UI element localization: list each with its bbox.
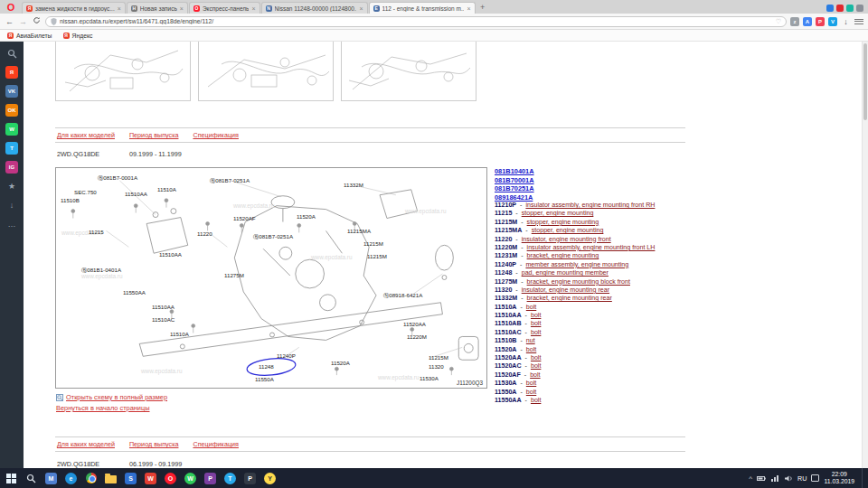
extension-icon-2[interactable] [836,5,844,12]
telegram-icon[interactable]: T [5,142,18,155]
taskbar-app-wps[interactable]: W [141,469,160,487]
nav-link-period[interactable]: Период выпуска [129,131,179,139]
close-icon[interactable]: × [180,5,184,12]
taskbar-app-opera[interactable]: O [161,469,180,487]
part-desc-link[interactable]: stopper, engine mounting [527,219,599,226]
battery-icon[interactable] [757,474,766,483]
part-desc-link[interactable]: bolt [531,354,541,361]
language-indicator[interactable]: RU [797,474,807,483]
part-desc-link[interactable]: insulator, engine mounting front [522,236,611,243]
taskbar-app-chrome[interactable] [81,469,100,487]
back-button[interactable]: ← [5,17,14,26]
pocket-icon[interactable]: P [816,17,825,26]
part-desc-link[interactable]: bolt [526,304,536,311]
more-icon[interactable]: … [5,218,18,230]
part-code-link[interactable]: 11210P [495,202,516,209]
part-code-link[interactable]: 11240P [495,261,516,268]
part-code-link[interactable]: 11530A [495,380,516,387]
part-desc-link[interactable]: stopper, engine mounting [532,227,604,234]
part-desc-link[interactable]: member assembly, engine mounting [525,261,628,268]
part-number-link[interactable]: 081B10401A [495,167,686,176]
clock[interactable]: 22:09 11.03.2019 [824,471,854,485]
start-button[interactable] [2,469,21,487]
part-code-link[interactable]: 11510A [495,304,516,311]
forward-button[interactable]: → [18,17,28,26]
part-code-link[interactable]: 11550A [495,389,516,396]
taskbar-app-picpick[interactable]: P [241,469,259,487]
whatsapp-icon[interactable]: W [5,123,18,136]
part-code-link[interactable]: 11215M [495,219,517,226]
part-number-link[interactable]: 081B70251A [495,184,686,193]
open-full-size-link[interactable]: Открыть схему в полный размер [66,393,167,401]
volume-icon[interactable] [784,474,793,483]
taskbar-app-photos[interactable]: P [201,469,220,487]
nav-link-spec[interactable]: Спецификация [193,440,238,448]
search-icon[interactable] [5,47,18,60]
translate-icon[interactable]: A [803,17,812,26]
tray-expand-icon[interactable]: ^ [749,474,752,483]
new-tab-button[interactable]: + [476,2,489,14]
part-code-link[interactable]: 11550AA [495,397,522,404]
diagram-thumbnail[interactable] [55,42,191,101]
back-to-top-link[interactable]: Вернуться в начало страницы [56,404,150,412]
part-code-link[interactable]: 11220 [495,236,512,243]
part-desc-link[interactable]: insulator assembly, engine mounting fron… [525,202,655,209]
part-desc-link[interactable]: bolt [531,312,541,319]
close-icon[interactable]: × [467,5,470,12]
scrollbar-thumb[interactable] [863,43,867,120]
tab-1[interactable]: Я замена жидкости в гидроус... × [22,2,126,14]
close-icon[interactable]: × [359,5,363,12]
extension-icon-4[interactable] [856,5,863,12]
part-desc-link[interactable]: bracket, engine mounting [527,252,599,259]
extension-icon-1[interactable] [826,5,834,12]
taskbar-app-telegram[interactable]: T [221,469,240,487]
part-code-link[interactable]: 11275M [495,278,517,286]
part-desc-link[interactable]: bolt [526,380,536,387]
bookmark-heart-icon[interactable]: ♡ [776,18,781,25]
taskbar-app-save[interactable]: S [121,469,140,487]
part-desc-link[interactable]: stopper, engine mounting [522,210,594,217]
taskbar-app-edge[interactable]: e [61,469,80,487]
part-code-link[interactable]: 11520AF [495,371,521,379]
part-code-link[interactable]: 11510AA [495,312,522,319]
part-desc-link[interactable]: bracket, engine mounting rear [527,295,612,302]
vertical-scrollbar[interactable] [862,42,868,468]
nav-link-models[interactable]: Для каких моделей [57,440,115,448]
part-code-link[interactable]: 11520A [495,346,516,353]
odnoklassniki-icon[interactable]: OK [5,104,18,117]
bookmarks-icon[interactable]: ★ [5,180,18,192]
part-code-link[interactable]: 11215 [495,210,512,217]
vpn-icon[interactable]: V [828,17,837,26]
part-desc-link[interactable]: nut [526,337,535,344]
network-icon[interactable] [770,474,779,483]
part-desc-link[interactable]: insulator, engine mounting rear [522,286,609,294]
tab-2[interactable]: Н Новая запись × [127,2,188,14]
taskbar-app-yandex-music[interactable]: Y [260,469,279,487]
downloads-icon[interactable]: ↓ [5,199,18,211]
nav-link-models[interactable]: Для каких моделей [57,131,115,139]
opera-logo-icon[interactable]: O [3,2,19,14]
part-desc-link[interactable]: insulator assembly, engine mounting fron… [527,244,656,251]
part-code-link[interactable]: 11510AC [495,329,522,336]
part-code-link[interactable]: 11231M [495,252,517,259]
diagram-thumbnail[interactable] [341,42,476,101]
taskbar-app-folder[interactable] [101,469,120,487]
part-desc-link[interactable]: bolt [531,320,541,327]
part-code-link[interactable]: 11510B [495,337,516,344]
extension-icon-3[interactable] [846,5,854,12]
nav-link-spec[interactable]: Спецификация [193,131,238,139]
part-code-link[interactable]: 11510AB [495,320,522,327]
yandex-icon[interactable]: Я [5,66,18,79]
part-code-link[interactable]: 11220M [495,244,517,251]
part-code-link[interactable]: 11248 [495,269,512,277]
diagram-thumbnail[interactable] [198,42,334,101]
part-code-link[interactable]: 11520AC [495,362,522,370]
keyboard-layout-icon[interactable] [811,474,819,482]
snapshot-icon[interactable]: z [790,17,799,26]
parts-diagram[interactable]: www.epcdata.ruwww.epcdata.ruwww.epcdata.… [55,167,487,389]
part-desc-link[interactable]: pad, engine mounting member [522,269,609,277]
part-code-link[interactable]: 11332M [495,295,517,302]
download-icon[interactable]: ↓ [841,17,851,26]
reload-button[interactable] [32,16,42,26]
instagram-icon[interactable]: IG [5,161,18,174]
